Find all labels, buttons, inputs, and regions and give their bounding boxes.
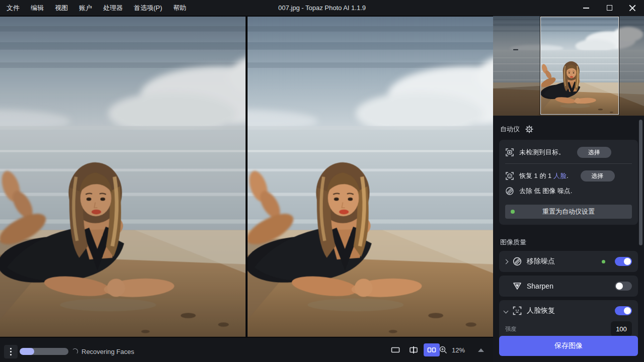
subject-detection-row: 未检测到目标。 选择 [505,145,632,160]
zoom-control[interactable]: 12% [439,343,489,356]
face-recovery-label: 人脸恢复 [527,306,610,315]
window-controls [575,0,644,16]
navigator-viewport-rect[interactable] [540,17,619,115]
statusbar: Recovering Faces [0,338,493,362]
face-select-button[interactable]: 选择 [581,170,615,182]
side-by-side-view-button[interactable] [424,343,440,356]
zoom-level: 12% [452,346,465,354]
navigator-thumbnail[interactable] [493,16,644,116]
noise-icon [505,187,514,196]
reset-autopilot-button[interactable]: 重置为自动仪设置 [505,205,632,219]
menu-preferences[interactable]: 首选项(P) [129,2,167,15]
remove-noise-card: 移除噪点 [499,251,638,272]
menubar: 文件 编辑 视图 账户 处理器 首选项(P) 帮助 [0,2,191,15]
face-detection-text: 恢复 1 的 1 人脸. [519,171,569,180]
face-recovery-header[interactable]: 人脸恢复 [499,300,638,321]
menu-edit[interactable]: 编辑 [26,2,48,15]
maximize-icon [607,5,612,11]
queue-menu-button[interactable] [4,345,18,358]
remove-noise-toggle[interactable] [615,257,632,266]
side-by-side-view-icon [427,345,437,355]
menu-help[interactable]: 帮助 [169,2,191,15]
navigator-dim-right [619,16,644,116]
zoom-in-icon [439,345,448,354]
face-recovery-toggle[interactable] [615,306,632,315]
noise-removal-row: 去除 低 图像 噪点. [505,184,632,199]
divider [505,163,632,164]
menu-view[interactable]: 视图 [50,2,72,15]
spinner-icon [72,348,78,354]
subject-detection-text: 未检测到目标。 [519,148,565,157]
progress-label: Recovering Faces [82,348,134,355]
image-compare-area [0,16,493,338]
after-image-pane[interactable] [248,17,493,337]
progress-fill [20,348,34,355]
sharpen-icon [512,281,522,291]
view-mode-buttons [387,343,440,356]
single-view-button[interactable] [387,343,404,356]
window-title: 007.jpg - Topaz Photo AI 1.1.9 [278,4,366,12]
single-view-icon [390,345,400,355]
autopilot-dot [602,260,605,263]
progress-bar [20,348,68,355]
subject-select-button[interactable]: 选择 [577,147,611,158]
close-button[interactable] [621,0,644,16]
menu-processor[interactable]: 处理器 [99,2,127,15]
face-count-link[interactable]: 人脸 [553,172,567,179]
menu-file[interactable]: 文件 [2,2,24,15]
chevron-right-icon[interactable] [504,259,509,264]
settings-scroll-area: 自动仪 [493,121,644,348]
before-image-pane[interactable] [0,17,246,337]
autopilot-title: 自动仪 [500,125,520,134]
remove-noise-icon [512,256,522,266]
minimize-icon [583,8,589,9]
settings-panel: 自动仪 [493,16,644,362]
split-view-button[interactable] [406,343,422,356]
titlebar: 文件 编辑 视图 账户 处理器 首选项(P) 帮助 007.jpg - Topa… [0,0,644,16]
sharpen-toggle[interactable] [615,282,632,291]
face-recovery-icon [512,306,522,316]
panel-scrollbar[interactable] [639,120,642,245]
close-icon [629,5,636,12]
sharpen-header[interactable]: Sharpen [499,276,638,297]
remove-noise-label: 移除噪点 [527,257,597,266]
image-quality-title: 图像质量 [493,225,644,251]
vertical-dots-icon [10,348,12,349]
sharpen-card: Sharpen [499,276,638,297]
remove-noise-header[interactable]: 移除噪点 [499,251,638,272]
autopilot-header: 自动仪 [493,121,644,139]
face-detection-row: 恢复 1 的 1 人脸. 选择 [505,168,632,184]
face-detect-icon [505,171,514,180]
autopilot-status-dot [511,210,515,214]
save-image-button[interactable]: 保存图像 [499,336,638,356]
navigator-dim-left [493,16,540,116]
minimize-button[interactable] [575,0,598,16]
maximize-button[interactable] [598,0,621,16]
sharpen-label: Sharpen [527,282,610,290]
split-view-icon [409,345,419,355]
chevron-down-icon[interactable] [504,308,509,313]
topaz-photo-ai-window: 文件 编辑 视图 账户 处理器 首选项(P) 帮助 007.jpg - Topa… [0,0,644,362]
strength-value-input[interactable]: 100 [611,321,632,336]
autopilot-summary-card: 未检测到目标。 选择 恢复 1 的 1 人脸. 选择 [499,140,638,225]
subject-detect-icon [505,148,514,157]
noise-removal-text: 去除 低 图像 噪点. [519,187,572,196]
zoom-dropdown-icon[interactable] [478,348,484,352]
menu-account[interactable]: 账户 [74,2,97,15]
gear-icon[interactable] [525,125,534,134]
